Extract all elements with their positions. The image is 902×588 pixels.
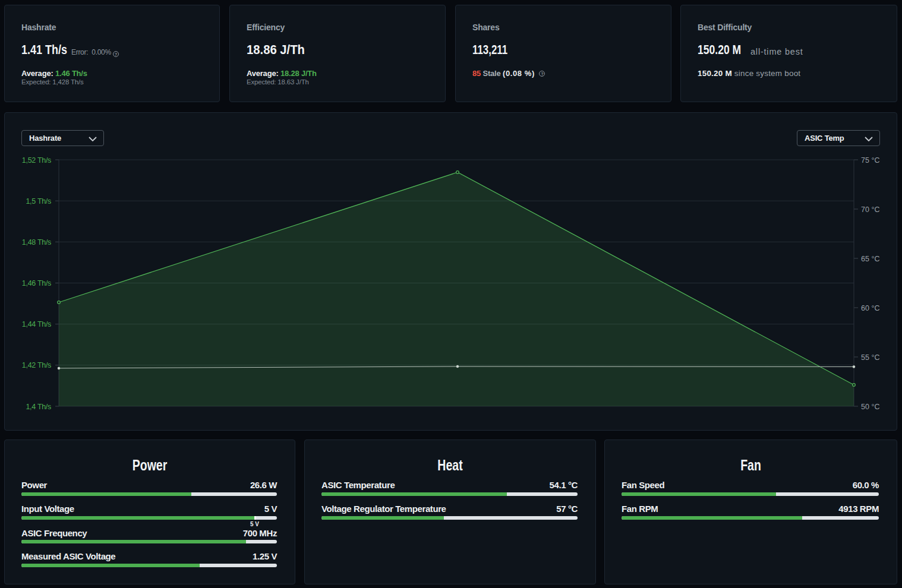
svg-text:75 °C: 75 °C (861, 156, 879, 165)
svg-text:1,52 Th/s: 1,52 Th/s (22, 156, 51, 165)
svg-text:60 °C: 60 °C (861, 304, 879, 312)
svg-text:1,4 Th/s: 1,4 Th/s (26, 403, 51, 411)
svg-text:65 °C: 65 °C (861, 255, 879, 263)
svg-text:1,44 Th/s: 1,44 Th/s (22, 320, 51, 328)
svg-text:50 °C: 50 °C (861, 403, 879, 411)
svg-text:1,46 Th/s: 1,46 Th/s (22, 279, 51, 287)
svg-text:55 °C: 55 °C (861, 353, 879, 362)
svg-text:1,48 Th/s: 1,48 Th/s (22, 238, 51, 246)
svg-text:1,5 Th/s: 1,5 Th/s (26, 197, 51, 206)
svg-text:1,42 Th/s: 1,42 Th/s (22, 361, 51, 369)
svg-text:70 °C: 70 °C (861, 206, 879, 214)
